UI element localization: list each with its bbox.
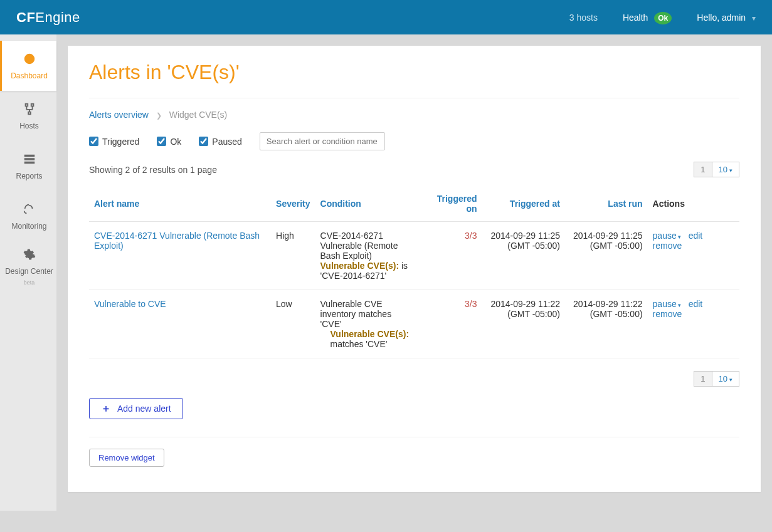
date-line: 2014-09-29 11:22 <box>570 299 643 309</box>
triggered-at-cell: 2014-09-29 11:22 (GMT -05:00) <box>482 290 565 358</box>
date-line: 2014-09-29 11:25 <box>487 231 560 241</box>
tz-line: (GMT -05:00) <box>487 309 560 319</box>
sidebar-item-reports[interactable]: Reports <box>0 141 56 191</box>
sidebar-label: Monitoring <box>11 222 46 231</box>
health-label: Health <box>623 13 648 23</box>
table-row: CVE-2014-6271 Vulnerable (Remote Bash Ex… <box>89 222 739 290</box>
condition-key: Vulnerable CVE(s): <box>330 329 410 339</box>
logo: CFEngine <box>16 9 80 26</box>
tz-line: (GMT -05:00) <box>570 309 643 319</box>
breadcrumb: Alerts overview ❯ Widget CVE(s) <box>89 110 739 120</box>
page-1[interactable]: 1 <box>694 162 712 177</box>
col-condition[interactable]: Condition <box>315 186 420 222</box>
date-line: 2014-09-29 11:25 <box>570 231 643 241</box>
caret-down-icon: ▾ <box>729 377 732 383</box>
last-run-cell: 2014-09-29 11:22 (GMT -05:00) <box>565 290 648 358</box>
plus-icon: ＋ <box>101 404 111 414</box>
condition-key: Vulnerable CVE(s): <box>320 261 399 271</box>
remove-action[interactable]: remove <box>653 309 682 319</box>
col-last-run[interactable]: Last run <box>565 186 648 222</box>
filter-ok[interactable]: Ok <box>157 137 181 147</box>
top-bar: CFEngine 3 hosts Health Ok Hello, admin … <box>0 0 772 34</box>
caret-down-icon: ▾ <box>678 302 681 308</box>
caret-down-icon: ▾ <box>678 234 681 240</box>
alerts-table: Alert name Severity Condition Triggered … <box>89 186 739 358</box>
tz-line: (GMT -05:00) <box>570 241 643 251</box>
actions-cell: pause▾ edit remove <box>648 222 739 290</box>
col-triggered-at[interactable]: Triggered at <box>482 186 565 222</box>
edit-action[interactable]: edit <box>689 231 703 241</box>
col-triggered-on[interactable]: Triggered on <box>420 186 482 222</box>
add-alert-label: Add new alert <box>117 404 171 414</box>
remove-widget-button[interactable]: Remove widget <box>89 449 164 467</box>
table-row: Vulnerable to CVE Low Vulnerable CVE inv… <box>89 290 739 358</box>
triggered-on-value: 3/3 <box>465 299 477 309</box>
chevron-down-icon: ▾ <box>752 14 756 23</box>
logo-rest: Engine <box>35 9 80 25</box>
last-run-cell: 2014-09-29 11:25 (GMT -05:00) <box>565 222 648 290</box>
checkbox-ok[interactable] <box>157 137 166 146</box>
condition-cell: Vulnerable CVE inventory matches 'CVE' V… <box>315 290 420 358</box>
tz-line: (GMT -05:00) <box>487 241 560 251</box>
triggered-at-cell: 2014-09-29 11:25 (GMT -05:00) <box>482 222 565 290</box>
reports-icon <box>23 152 36 168</box>
date-line: 2014-09-29 11:22 <box>487 299 560 309</box>
hosts-icon <box>23 102 36 118</box>
sidebar-label: Dashboard <box>11 71 48 80</box>
chevron-right-icon: ❯ <box>156 112 162 119</box>
condition-cell: CVE-2014-6271 Vulnerable (Remote Bash Ex… <box>315 222 420 290</box>
col-alert-name[interactable]: Alert name <box>89 186 271 222</box>
sidebar-item-monitoring[interactable]: Monitoring <box>0 191 56 241</box>
sidebar-label: Hosts <box>19 122 39 130</box>
checkbox-paused[interactable] <box>199 137 208 146</box>
pause-action[interactable]: pause▾ <box>653 299 681 309</box>
page-title: Alerts in 'CVE(s)' <box>89 61 739 84</box>
dashboard-icon <box>23 52 36 68</box>
sidebar-item-design-center[interactable]: Design Center beta <box>0 241 56 291</box>
monitoring-icon <box>23 202 36 218</box>
page-1[interactable]: 1 <box>694 371 712 387</box>
col-severity[interactable]: Severity <box>271 186 315 222</box>
col-actions: Actions <box>648 186 739 222</box>
filter-triggered[interactable]: Triggered <box>89 137 139 147</box>
crumb-current: Widget CVE(s) <box>169 110 228 120</box>
add-alert-button[interactable]: ＋ Add new alert <box>89 398 183 419</box>
pager-bottom: 1 10▾ <box>694 371 739 387</box>
health-pill: Ok <box>654 12 672 24</box>
alert-link[interactable]: CVE-2014-6271 Vulnerable (Remote Bash Ex… <box>94 231 260 251</box>
crumb-alerts-overview[interactable]: Alerts overview <box>89 110 149 120</box>
sidebar-label: Reports <box>16 172 42 180</box>
user-menu[interactable]: Hello, admin ▾ <box>697 13 756 23</box>
alert-link[interactable]: Vulnerable to CVE <box>94 299 166 309</box>
severity-cell: High <box>271 222 315 290</box>
sidebar-item-hosts[interactable]: Hosts <box>0 91 56 141</box>
caret-down-icon: ▾ <box>729 167 732 174</box>
checkbox-triggered[interactable] <box>89 137 98 146</box>
health-status[interactable]: Health Ok <box>623 13 672 23</box>
triggered-on-value: 3/3 <box>465 231 477 241</box>
edit-action[interactable]: edit <box>689 299 703 309</box>
divider <box>89 437 739 437</box>
logo-bold: CF <box>16 9 35 25</box>
actions-cell: pause▾ edit remove <box>648 290 739 358</box>
remove-widget-label: Remove widget <box>98 453 155 462</box>
pager-top: 1 10▾ <box>694 162 739 177</box>
result-count: Showing 2 of 2 results on 1 page <box>89 165 217 175</box>
sidebar-item-dashboard[interactable]: Dashboard <box>0 41 56 91</box>
filter-label: Paused <box>212 137 241 147</box>
greeting: Hello, admin <box>697 13 746 23</box>
remove-action[interactable]: remove <box>653 241 682 251</box>
page-size-select[interactable]: 10▾ <box>712 162 739 177</box>
page-size-value: 10 <box>719 374 727 383</box>
filter-label: Triggered <box>102 137 139 147</box>
filter-paused[interactable]: Paused <box>199 137 241 147</box>
sidebar-label: Design Center <box>5 267 53 276</box>
filter-bar: Triggered Ok Paused <box>89 132 739 150</box>
search-input[interactable] <box>260 132 385 150</box>
hosts-link[interactable]: 3 hosts <box>569 13 598 23</box>
page-size-select[interactable]: 10▾ <box>712 371 739 387</box>
beta-label: beta <box>24 279 35 286</box>
severity-cell: Low <box>271 290 315 358</box>
pause-action[interactable]: pause▾ <box>653 231 681 241</box>
condition-rest: matches 'CVE' <box>330 339 388 349</box>
